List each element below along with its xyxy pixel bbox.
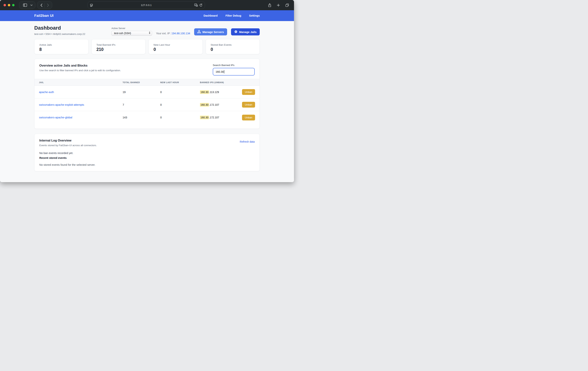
unban-button[interactable]: Unban: [242, 115, 255, 120]
ip-search-highlight: 160.30: [200, 116, 209, 119]
url-text[interactable]: 127.0.0.1: [88, 4, 205, 7]
back-button[interactable]: [38, 2, 44, 8]
stat-card-new-last-hour: New Last Hour 0: [148, 39, 203, 54]
app-navbar: Fail2ban UI Dashboard Filter Debug Setti…: [0, 10, 294, 21]
tabs-overview-icon: [285, 3, 289, 7]
manage-jails-label: Manage Jails: [239, 30, 257, 33]
stat-label: Stored Ban Events: [211, 44, 255, 46]
recent-stored-events-title: Recent stored events: [39, 156, 255, 159]
sidebar-toggle-icon: [23, 3, 27, 7]
ip-search-highlight: 160.30: [200, 90, 209, 94]
stat-card-active-jails: Active Jails 8: [34, 39, 88, 54]
share-button[interactable]: [266, 2, 273, 8]
app-brand[interactable]: Fail2ban UI: [34, 14, 54, 18]
sidebar-controls: [19, 1, 35, 9]
new-last-hour-value: 0: [160, 91, 200, 94]
history-nav: [37, 1, 52, 9]
search-banned-ips-input[interactable]: 160.30: [213, 68, 255, 76]
forward-button[interactable]: [45, 2, 51, 8]
banned-ip: 160.30.172.107: [200, 103, 219, 106]
column-header-total-banned: TOTAL BANNED: [123, 81, 160, 84]
sidebar-toggle-button[interactable]: [22, 2, 28, 8]
jails-table-header: JAIL TOTAL BANNED NEW LAST HOUR BANNED I…: [34, 79, 260, 86]
minimize-window-button[interactable]: [8, 4, 10, 6]
chevron-right-icon: [47, 3, 49, 7]
active-server-label: Active Server: [111, 27, 152, 30]
jail-link[interactable]: apache-auth: [39, 91, 123, 94]
table-row: swissmakers-apache-global 143 0 160.30.1…: [34, 111, 260, 124]
select-arrows-icon: [148, 31, 151, 35]
sitemap-icon: [197, 30, 201, 34]
reload-icon[interactable]: [199, 3, 202, 7]
address-bar[interactable]: 127.0.0.1 A ★: [88, 1, 205, 9]
jail-link[interactable]: swissmakers-apache-global: [39, 116, 123, 119]
manage-servers-button[interactable]: Manage Servers: [194, 28, 227, 35]
search-input-value: 160.30: [216, 70, 224, 73]
column-header-banned-ips: BANNED IPS (UNBAN): [200, 81, 255, 84]
svg-text:★: ★: [196, 5, 198, 6]
manage-jails-button[interactable]: Manage Jails: [231, 28, 260, 35]
table-row: swissmakers-apache-exploit-attempts 7 0 …: [34, 98, 260, 111]
new-tab-button[interactable]: [275, 2, 282, 8]
overview-panel: Overview active Jails and Blocks Use the…: [34, 59, 260, 129]
external-ip-value[interactable]: 194.88.100.134: [171, 32, 190, 35]
stat-card-total-banned: Total Banned IPs 210: [92, 39, 146, 54]
stat-value: 0: [211, 47, 255, 52]
window-controls: [3, 4, 15, 6]
nav-link-dashboard[interactable]: Dashboard: [203, 14, 218, 17]
table-row: apache-auth 19 0 160.30.113.129 Unban: [34, 86, 260, 98]
column-header-new-last-hour: NEW LAST HOUR: [160, 81, 200, 84]
browser-window: 127.0.0.1 A ★: [0, 0, 294, 182]
stat-value: 8: [39, 47, 84, 52]
stat-value: 0: [154, 47, 198, 52]
translate-icon[interactable]: A ★: [194, 3, 198, 7]
nav-link-filter-debug[interactable]: Filter Debug: [225, 14, 241, 17]
new-last-hour-value: 0: [160, 116, 200, 119]
search-banned-ips-label: Search Banned IPs: [213, 64, 234, 66]
stat-label: Active Jails: [39, 44, 84, 46]
column-header-jail: JAIL: [39, 81, 123, 84]
manage-servers-label: Manage Servers: [202, 30, 224, 33]
unban-button[interactable]: Unban: [242, 102, 255, 108]
share-icon: [268, 3, 271, 7]
no-ban-events-text: No ban events recorded yet.: [39, 152, 255, 154]
ip-rest: .113.129: [209, 91, 219, 94]
external-ip-label: Your ext. IP:: [156, 32, 170, 35]
stat-label: Total Banned IPs: [96, 44, 141, 46]
jails-table: JAIL TOTAL BANNED NEW LAST HOUR BANNED I…: [34, 79, 260, 124]
page-subtitle: test-ssh • SSH • rlinfp02.swissmakers.co…: [34, 33, 85, 35]
total-banned-value: 19: [123, 91, 160, 94]
close-window-button[interactable]: [3, 4, 6, 6]
nav-link-settings[interactable]: Settings: [249, 14, 260, 17]
zoom-window-button[interactable]: [12, 4, 15, 6]
total-banned-value: 143: [123, 116, 160, 119]
refresh-data-link[interactable]: Refresh data: [240, 140, 255, 147]
chevron-left-icon: [41, 3, 42, 7]
tabs-overview-button[interactable]: [284, 2, 290, 8]
ip-rest: .172.107: [209, 116, 219, 119]
active-server-select[interactable]: test-ssh (SSH): [111, 31, 152, 35]
jail-link[interactable]: swissmakers-apache-exploit-attempts: [39, 103, 123, 106]
text-caret: [224, 70, 224, 74]
page-header: Dashboard test-ssh • SSH • rlinfp02.swis…: [34, 25, 260, 35]
new-last-hour-value: 0: [160, 103, 200, 106]
log-title: Internal Log Overview: [39, 139, 97, 142]
stat-card-stored-ban-events: Stored Ban Events 0: [206, 39, 260, 54]
internal-log-panel: Internal Log Overview Events stored by F…: [34, 134, 260, 171]
log-subtitle: Events stored by Fail2ban-UI across all …: [39, 144, 97, 147]
reader-view-icon[interactable]: [90, 3, 93, 7]
external-ip: Your ext. IP: 194.88.100.134: [156, 32, 190, 35]
page-title: Dashboard: [34, 25, 85, 31]
ip-rest: .172.107: [209, 103, 219, 106]
gear-icon: [234, 30, 238, 34]
stat-label: New Last Hour: [154, 44, 198, 46]
total-banned-value: 7: [123, 103, 160, 106]
banned-ip: 160.30.172.107: [200, 116, 219, 119]
chevron-down-icon[interactable]: [30, 4, 33, 6]
stat-cards: Active Jails 8 Total Banned IPs 210 New …: [34, 39, 260, 54]
unban-button[interactable]: Unban: [242, 89, 255, 95]
banned-ip: 160.30.113.129: [200, 91, 219, 94]
ip-search-highlight: 160.30: [200, 103, 209, 107]
active-server-value: test-ssh (SSH): [114, 32, 148, 35]
browser-toolbar: 127.0.0.1 A ★: [0, 0, 294, 10]
